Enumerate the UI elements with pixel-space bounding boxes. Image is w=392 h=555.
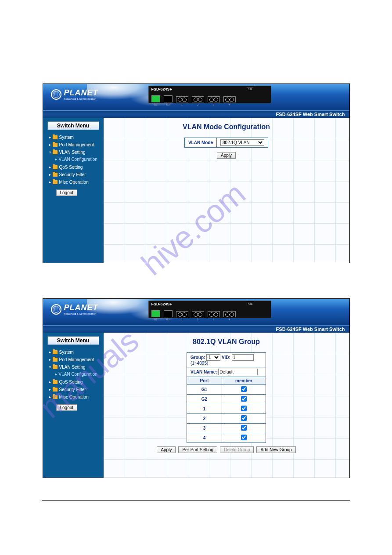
port-g2-icon[interactable]: G2 bbox=[164, 310, 173, 317]
brand-tagline: Networking & Communication bbox=[64, 98, 98, 100]
col-port: Port bbox=[187, 377, 222, 385]
sidebar-item-misc-operation[interactable]: ▸Misc Operation bbox=[47, 393, 99, 401]
col-member: member bbox=[222, 377, 266, 385]
vlan-group-table: Group: 1 VID: (1~4095) VLAN Name: bbox=[187, 352, 266, 443]
arrow-icon: ▸ bbox=[49, 180, 51, 184]
table-row: G1 bbox=[187, 385, 266, 395]
arrow-icon: ▸ bbox=[49, 395, 51, 399]
folder-icon bbox=[53, 395, 58, 399]
arrow-icon: ▸ bbox=[49, 350, 51, 354]
globe-icon bbox=[51, 89, 61, 100]
delete-group-button[interactable]: Delete Group bbox=[220, 446, 254, 453]
arrow-icon: ▸ bbox=[49, 388, 51, 392]
table-row: 4 bbox=[187, 433, 266, 443]
screenshot-vlan-mode: PLANET Networking & Communication FSD-62… bbox=[43, 83, 350, 263]
content-area: 802.1Q VLAN Group Group: 1 VID: (1~4095) bbox=[104, 333, 349, 478]
port-1-icon[interactable]: 1 bbox=[176, 96, 188, 102]
folder-icon bbox=[53, 173, 58, 177]
folder-icon bbox=[53, 380, 58, 384]
sidebar-title: Switch Menu bbox=[47, 121, 99, 130]
vlan-mode-table: VLAN Mode 802.1Q VLAN bbox=[184, 138, 268, 148]
content-area: VLAN Mode Configuration VLAN Mode 802.1Q… bbox=[104, 118, 349, 263]
sidebar-item-security-filter[interactable]: ▸Security Filter bbox=[47, 386, 99, 393]
brand-logo: PLANET Networking & Communication bbox=[51, 303, 98, 315]
port-4-icon[interactable]: 4 bbox=[223, 311, 236, 317]
sidebar-item-vlan-setting[interactable]: ▾VLAN Setting bbox=[47, 363, 99, 371]
sidebar-item-system[interactable]: ▸System bbox=[47, 134, 99, 141]
device-panel: FSD-624SF POE G1 G2 1 2 3 4 bbox=[148, 86, 271, 103]
per-port-setting-button[interactable]: Per Port Setting bbox=[178, 446, 217, 453]
folder-icon bbox=[53, 165, 58, 169]
folder-icon bbox=[53, 180, 58, 184]
logout-button[interactable]: Logout bbox=[56, 404, 78, 411]
sidebar-title: Switch Menu bbox=[47, 336, 99, 345]
arrow-icon: ▸ bbox=[49, 143, 51, 147]
sidebar-item-vlan-setting[interactable]: ▾VLAN Setting bbox=[47, 149, 99, 156]
sidebar-item-port-management[interactable]: ▸Port Management bbox=[47, 356, 99, 363]
brand-name: PLANET bbox=[64, 303, 98, 312]
port-2-icon[interactable]: 2 bbox=[192, 311, 204, 317]
port-g1-icon[interactable]: G1 bbox=[151, 310, 160, 317]
sidebar-item-system[interactable]: ▸System bbox=[47, 348, 99, 356]
group-select[interactable]: 1 bbox=[206, 354, 220, 361]
page-title: VLAN Mode Configuration bbox=[104, 123, 349, 131]
add-new-group-button[interactable]: Add New Group bbox=[256, 446, 295, 453]
app-banner: PLANET Networking & Communication FSD-62… bbox=[43, 299, 349, 325]
page-footer-line bbox=[42, 500, 350, 501]
vlan-name-input[interactable] bbox=[218, 369, 258, 375]
sidebar-item-qos-setting[interactable]: ▸QoS Setting bbox=[47, 378, 99, 386]
port-g2-icon[interactable]: G2 bbox=[164, 95, 173, 102]
apply-button[interactable]: Apply bbox=[217, 152, 236, 159]
title-strip: FSD-624SF Web Smart Switch bbox=[43, 110, 349, 118]
vid-range: (1~4095) bbox=[191, 361, 208, 366]
sidebar-sub-vlan-configuration[interactable]: ▸VLAN Configuration bbox=[47, 156, 99, 163]
arrow-icon: ▸ bbox=[49, 135, 51, 139]
globe-icon bbox=[51, 304, 61, 315]
folder-icon bbox=[53, 358, 58, 362]
brand-name: PLANET bbox=[64, 88, 98, 97]
port-3-icon[interactable]: 3 bbox=[208, 311, 220, 317]
folder-icon bbox=[53, 365, 58, 369]
title-strip: FSD-624SF Web Smart Switch bbox=[43, 325, 349, 333]
logout-button[interactable]: Logout bbox=[56, 189, 78, 196]
member-checkbox[interactable] bbox=[241, 435, 247, 440]
arrow-icon: ▸ bbox=[49, 358, 51, 362]
poe-label: POE bbox=[247, 87, 253, 91]
table-row: 3 bbox=[187, 424, 266, 433]
sidebar-item-port-management[interactable]: ▸Port Management bbox=[47, 141, 99, 149]
sidebar-item-qos-setting[interactable]: ▸QoS Setting bbox=[47, 163, 99, 171]
member-checkbox[interactable] bbox=[241, 396, 247, 402]
brand-logo: PLANET Networking & Communication bbox=[51, 88, 98, 100]
arrow-icon: ▾ bbox=[49, 365, 51, 369]
sidebar: Switch Menu ▸System ▸Port Management ▾VL… bbox=[43, 118, 104, 263]
vid-label: VID: bbox=[222, 355, 230, 360]
member-checkbox[interactable] bbox=[241, 425, 247, 431]
device-panel: FSD-624SF POE G1 G2 1 2 3 4 bbox=[148, 301, 271, 318]
vlan-mode-label: VLAN Mode bbox=[184, 138, 216, 148]
apply-button[interactable]: Apply bbox=[157, 446, 176, 453]
sidebar: Switch Menu ▸System ▸Port Management ▾VL… bbox=[43, 333, 104, 478]
member-checkbox[interactable] bbox=[241, 406, 247, 411]
arrow-icon: ▸ bbox=[49, 380, 51, 384]
vlan-name-label: VLAN Name: bbox=[191, 370, 217, 374]
vid-input[interactable] bbox=[232, 354, 254, 361]
port-4-icon[interactable]: 4 bbox=[223, 96, 236, 102]
arrow-icon: ▾ bbox=[49, 150, 51, 154]
folder-icon bbox=[53, 350, 58, 354]
port-2-icon[interactable]: 2 bbox=[192, 96, 204, 102]
member-checkbox[interactable] bbox=[241, 386, 247, 392]
port-1-icon[interactable]: 1 bbox=[176, 311, 188, 317]
sidebar-item-misc-operation[interactable]: ▸Misc Operation bbox=[47, 178, 99, 186]
vlan-mode-select[interactable]: 802.1Q VLAN bbox=[220, 139, 264, 146]
member-checkbox[interactable] bbox=[241, 415, 247, 421]
arrow-icon: ▸ bbox=[55, 372, 57, 376]
sidebar-item-security-filter[interactable]: ▸Security Filter bbox=[47, 171, 99, 178]
folder-icon bbox=[53, 143, 58, 147]
group-label: Group: bbox=[191, 355, 205, 360]
sidebar-sub-vlan-configuration[interactable]: ▸VLAN Configuration bbox=[47, 371, 99, 378]
folder-icon bbox=[53, 135, 58, 139]
port-g1-icon[interactable]: G1 bbox=[151, 95, 160, 102]
screenshot-vlan-group: PLANET Networking & Communication FSD-62… bbox=[43, 298, 350, 478]
folder-icon bbox=[53, 150, 58, 154]
port-3-icon[interactable]: 3 bbox=[208, 96, 220, 102]
